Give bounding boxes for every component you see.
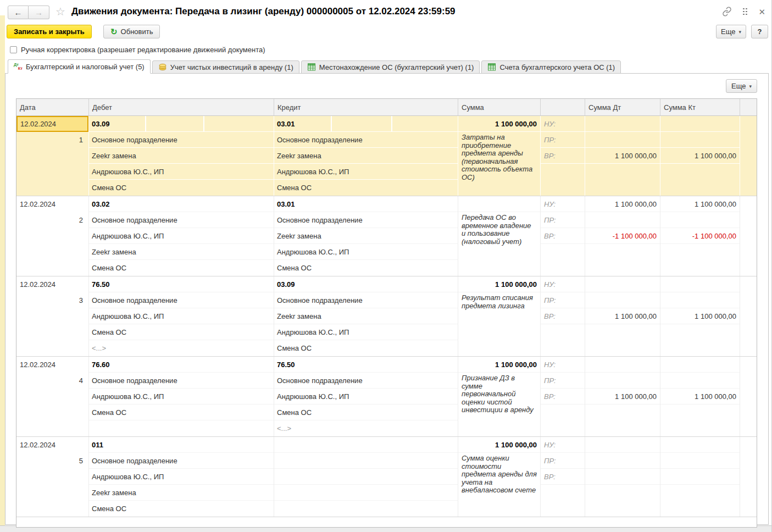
column-header-5[interactable]: Сумма Дт (585, 99, 660, 115)
cell-sum-dt[interactable] (585, 373, 660, 389)
column-header-3[interactable]: Сумма (458, 99, 541, 115)
cell-amount[interactable] (458, 196, 540, 212)
cell-date[interactable]: 12.02.2024 (16, 357, 88, 373)
cell-credit-subconto[interactable] (274, 501, 458, 517)
cell-sum-kt[interactable]: 1 100 000,00 (660, 148, 740, 164)
cell-credit-subconto[interactable]: Андрюшова Ю.С., ИП (274, 324, 458, 340)
cell-sum-dt[interactable] (585, 276, 660, 292)
cell-debit-subconto[interactable]: Смена ОС (89, 260, 274, 276)
cell-debit-subconto[interactable]: Основное подразделение (89, 212, 274, 228)
cell-debit-account[interactable]: 03.09 (89, 116, 274, 132)
tax-label-cell[interactable]: ВР: (541, 148, 585, 164)
cell-credit-account[interactable]: 03.09 (274, 276, 458, 292)
cell-debit-account[interactable]: 03.02 (89, 196, 274, 212)
cell-date[interactable]: 12.02.2024 (16, 437, 88, 453)
cell-description[interactable]: Сумма оценки стоимости предмета аренды д… (458, 453, 540, 517)
cell-description[interactable]: Передача ОС во временное владение и поль… (458, 212, 540, 276)
cell-debit-subconto[interactable]: Zeekr замена (89, 148, 274, 164)
column-header-1[interactable]: Дебет (89, 99, 274, 115)
column-header-blank[interactable] (541, 99, 585, 115)
cell-sum-dt[interactable]: 1 100 000,00 (585, 389, 660, 404)
cell-sum-kt[interactable] (660, 276, 740, 292)
cell-debit-subconto[interactable]: Zeekr замена (89, 244, 274, 260)
cell-credit-subconto[interactable]: Zeekr замена (274, 228, 458, 244)
row-end-column[interactable] (740, 196, 757, 276)
cell-sum-kt[interactable] (660, 292, 740, 308)
cell-amount[interactable]: 1 100 000,00 (458, 357, 540, 373)
cell-sum-dt[interactable] (585, 453, 660, 469)
cell-description[interactable]: Признание ДЗ в сумме первоначальной оцен… (458, 373, 540, 436)
cell-sum-dt[interactable] (585, 437, 660, 453)
tax-label-cell[interactable]: НУ: (541, 357, 585, 373)
cell-credit-subconto[interactable]: <...> (274, 420, 458, 436)
tax-label-cell[interactable]: ВР: (541, 469, 585, 485)
row-number-cell[interactable]: 4 (16, 373, 88, 389)
cell-credit-subconto[interactable]: Андрюшова Ю.С., ИП (274, 164, 458, 180)
more-menu-icon[interactable] (743, 8, 747, 15)
cell-date-focused[interactable]: 12.02.2024 (16, 116, 88, 132)
manual-correction-checkbox[interactable] (10, 46, 17, 53)
back-button[interactable]: ← (8, 5, 29, 19)
more-button[interactable]: Еще ▾ (716, 25, 746, 38)
table-row[interactable]: 12.02.2024203.02Основное подразделениеАн… (16, 196, 757, 276)
table-row[interactable]: 12.02.2024103.09Основное подразделениеZe… (16, 116, 757, 196)
column-header-0[interactable]: Дата (16, 99, 89, 115)
row-end-column[interactable] (740, 276, 757, 356)
table-more-button[interactable]: Еще ▾ (726, 79, 757, 93)
cell-credit-account[interactable]: 03.01 (274, 116, 458, 132)
tax-label-cell[interactable]: НУ: (541, 116, 585, 132)
cell-date[interactable]: 12.02.2024 (16, 116, 88, 132)
cell-debit-subconto[interactable]: Смена ОС (89, 180, 274, 196)
cell-credit-subconto[interactable]: Андрюшова Ю.С., ИП (274, 389, 458, 404)
cell-sum-dt[interactable] (585, 132, 660, 148)
table-row[interactable]: 12.02.2024476.60Основное подразделениеАн… (16, 357, 757, 437)
cell-debit-subconto[interactable]: Андрюшова Ю.С., ИП (89, 308, 274, 324)
cell-sum-kt[interactable]: 1 100 000,00 (660, 196, 740, 212)
cell-sum-dt[interactable]: -1 100 000,00 (585, 228, 660, 244)
tax-label-cell[interactable]: ВР: (541, 308, 585, 324)
cell-debit-account[interactable]: 76.60 (89, 357, 274, 373)
cell-sum-kt[interactable] (660, 212, 740, 228)
row-end-column[interactable] (740, 357, 757, 436)
column-header-2[interactable]: Кредит (274, 99, 458, 115)
cell-description[interactable]: Результат списания предмета лизинга (458, 292, 540, 356)
tax-label-cell[interactable]: ВР: (541, 228, 585, 244)
help-button[interactable]: ? (751, 25, 768, 38)
cell-sum-kt[interactable]: 1 100 000,00 (660, 389, 740, 404)
close-icon[interactable]: ✕ (758, 8, 765, 16)
cell-credit-subconto[interactable]: Андрюшова Ю.С., ИП (274, 244, 458, 260)
cell-credit-subconto[interactable]: Основное подразделение (274, 292, 458, 308)
cell-credit-subconto[interactable]: Zeekr замена (274, 148, 458, 164)
cell-sum-kt[interactable] (660, 357, 740, 373)
cell-credit-subconto[interactable]: Смена ОС (274, 180, 458, 196)
cell-credit-account[interactable]: 76.50 (274, 357, 458, 373)
row-number-cell[interactable]: 1 (16, 132, 88, 148)
cell-debit-subconto[interactable]: Андрюшова Ю.С., ИП (89, 164, 274, 180)
cell-sum-dt[interactable] (585, 292, 660, 308)
column-header-6[interactable]: Сумма Кт (660, 99, 740, 115)
cell-sum-dt[interactable] (585, 212, 660, 228)
table-row[interactable]: 12.02.20245011Основное подразделениеАндр… (16, 437, 757, 517)
cell-debit-account[interactable]: 76.50 (89, 276, 274, 292)
cell-credit-subconto[interactable]: Основное подразделение (274, 132, 458, 148)
cell-sum-kt[interactable]: -1 100 000,00 (660, 228, 740, 244)
cell-amount[interactable]: 1 100 000,00 (458, 116, 540, 132)
cell-sum-dt[interactable]: 1 100 000,00 (585, 196, 660, 212)
tab-net-investments[interactable]: Учет чистых инвестиций в аренду (1) (152, 60, 299, 74)
cell-debit-subconto[interactable]: Основное подразделение (89, 132, 274, 148)
cell-debit-subconto[interactable]: Смена ОС (89, 501, 274, 517)
cell-debit-account[interactable]: 011 (89, 437, 274, 453)
cell-credit-account[interactable]: 03.01 (274, 196, 458, 212)
cell-date[interactable]: 12.02.2024 (16, 276, 88, 292)
row-number-cell[interactable]: 2 (16, 212, 88, 228)
tab-os-accounts[interactable]: Счета бухгалтерского учета ОС (1) (481, 60, 621, 74)
tax-label-cell[interactable]: ПР: (541, 132, 585, 148)
cell-sum-kt[interactable] (660, 373, 740, 389)
cell-sum-kt[interactable] (660, 453, 740, 469)
forward-button[interactable]: → (29, 5, 49, 19)
cell-credit-subconto[interactable] (274, 485, 458, 501)
row-number-cell[interactable]: 3 (16, 292, 88, 308)
cell-sum-dt[interactable] (585, 469, 660, 485)
tax-label-cell[interactable]: ВР: (541, 389, 585, 404)
cell-debit-subconto[interactable]: <...> (89, 340, 274, 356)
